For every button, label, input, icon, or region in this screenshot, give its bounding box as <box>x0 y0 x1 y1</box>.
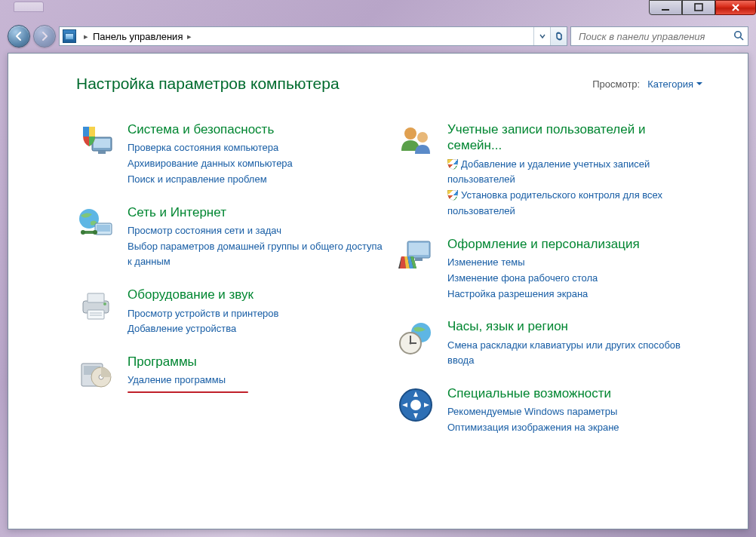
search-box[interactable] <box>570 26 748 46</box>
forward-button[interactable] <box>33 25 56 48</box>
annotation-underline <box>128 391 248 393</box>
category-sublink[interactable]: Добавление устройства <box>128 321 383 337</box>
disc-box-icon <box>76 354 115 393</box>
window-controls <box>649 0 756 17</box>
network-globe-icon <box>76 204 115 244</box>
category: Сеть и ИнтернетПросмотр состояния сети и… <box>76 204 383 271</box>
svg-point-22 <box>404 127 416 140</box>
breadcrumb-location[interactable]: Панель управления <box>93 31 183 42</box>
address-bar[interactable]: ▸ Панель управления ▸ <box>59 26 567 46</box>
category-body: Сеть и ИнтернетПросмотр состояния сети и… <box>128 204 383 271</box>
close-button[interactable] <box>715 0 756 15</box>
refresh-button[interactable] <box>550 27 567 45</box>
svg-rect-26 <box>415 258 423 261</box>
svg-rect-13 <box>88 293 104 302</box>
svg-point-10 <box>81 230 85 235</box>
category-sublink[interactable]: Удаление программы <box>128 373 383 388</box>
category: Часы, язык и регионСмена раскладки клави… <box>396 318 702 369</box>
minimize-button[interactable] <box>649 0 682 15</box>
category-body: ПрограммыУдаление программы <box>128 354 383 393</box>
svg-point-2 <box>735 31 741 37</box>
category-title[interactable]: Оформление и персонализация <box>447 236 702 252</box>
back-button[interactable] <box>8 25 30 48</box>
ease-access-icon <box>396 385 435 425</box>
category-title[interactable]: Оборудование и звук <box>128 287 383 302</box>
category-sublink[interactable]: Рекомендуемые Windows параметры <box>447 404 702 420</box>
appearance-icon <box>396 236 435 275</box>
view-by: Просмотр: Категория <box>592 78 702 90</box>
category-body: Часы, язык и регионСмена раскладки клави… <box>447 318 702 369</box>
category-title[interactable]: Учетные записи пользователей и семейн... <box>447 121 702 154</box>
category: Оформление и персонализацияИзменение тем… <box>396 236 702 302</box>
page-title: Настройка параметров компьютера <box>76 75 340 93</box>
category-body: Система и безопасностьПроверка состояния… <box>128 121 383 188</box>
category-sublink[interactable]: Установка родительского контроля для все… <box>447 188 702 219</box>
svg-rect-0 <box>662 9 669 11</box>
svg-rect-1 <box>695 4 702 11</box>
svg-point-31 <box>410 342 412 345</box>
control-panel-icon <box>63 29 76 43</box>
shield-monitor-icon <box>76 121 115 161</box>
address-dropdown-button[interactable] <box>533 27 550 45</box>
printer-icon <box>76 287 115 326</box>
navigation-bar: ▸ Панель управления ▸ <box>8 23 748 50</box>
svg-point-15 <box>103 302 106 305</box>
svg-rect-6 <box>98 151 106 154</box>
maximize-button[interactable] <box>682 0 715 15</box>
category-body: Специальные возможностиРекомендуемые Win… <box>447 385 702 436</box>
category-title[interactable]: Сеть и Интернет <box>128 204 383 220</box>
category-sublink[interactable]: Добавление и удаление учетных записей по… <box>447 157 702 189</box>
category: Оборудование и звукПросмотр устройств и … <box>76 287 383 337</box>
svg-rect-9 <box>97 225 110 232</box>
right-column: Учетные записи пользователей и семейн...… <box>396 121 702 453</box>
category-title[interactable]: Система и безопасность <box>128 121 383 137</box>
category-sublink[interactable]: Проверка состояния компьютера <box>128 140 383 156</box>
category-body: Учетные записи пользователей и семейн...… <box>447 121 702 219</box>
category-body: Оформление и персонализацияИзменение тем… <box>447 236 702 302</box>
clock-globe-icon <box>396 318 435 357</box>
category-title[interactable]: Часы, язык и регион <box>447 318 702 334</box>
category: Учетные записи пользователей и семейн...… <box>396 121 702 219</box>
category-sublink[interactable]: Просмотр устройств и принтеров <box>128 306 383 322</box>
background-window-stub <box>14 2 44 12</box>
breadcrumb-separator-icon[interactable]: ▸ <box>183 32 196 41</box>
category: Специальные возможностиРекомендуемые Win… <box>396 385 702 436</box>
svg-point-23 <box>417 132 428 143</box>
svg-line-3 <box>740 37 743 40</box>
category-sublink[interactable]: Просмотр состояния сети и задач <box>128 223 383 239</box>
search-input[interactable] <box>577 30 733 43</box>
svg-rect-14 <box>88 310 104 319</box>
category-title[interactable]: Программы <box>128 354 383 370</box>
search-icon[interactable] <box>733 29 745 44</box>
category: Система и безопасностьПроверка состояния… <box>76 121 383 188</box>
category-sublink[interactable]: Изменение фона рабочего стола <box>447 271 702 287</box>
svg-point-11 <box>93 230 97 235</box>
category-sublink[interactable]: Изменение темы <box>447 255 702 271</box>
svg-point-34 <box>410 400 421 410</box>
category: ПрограммыУдаление программы <box>76 354 383 393</box>
category-sublink[interactable]: Поиск и исправление проблем <box>128 172 383 188</box>
category-sublink[interactable]: Смена раскладки клавиатуры или других сп… <box>447 338 702 370</box>
view-by-dropdown[interactable]: Категория <box>647 78 702 90</box>
category-title[interactable]: Специальные возможности <box>447 385 702 401</box>
category-body: Оборудование и звукПросмотр устройств и … <box>128 287 383 337</box>
svg-rect-25 <box>409 243 429 255</box>
category-sublink[interactable]: Выбор параметров домашней группы и общег… <box>128 239 383 271</box>
breadcrumb-separator-icon: ▸ <box>79 32 93 41</box>
svg-rect-5 <box>94 139 110 148</box>
view-by-label: Просмотр: <box>592 78 640 90</box>
content-pane: Настройка параметров компьютера Просмотр… <box>8 53 748 529</box>
category-sublink[interactable]: Настройка разрешения экрана <box>447 287 702 302</box>
category-sublink[interactable]: Архивирование данных компьютера <box>128 156 383 172</box>
left-column: Система и безопасностьПроверка состояния… <box>76 121 383 453</box>
users-icon <box>396 121 435 161</box>
category-sublink[interactable]: Оптимизация изображения на экране <box>447 420 702 436</box>
